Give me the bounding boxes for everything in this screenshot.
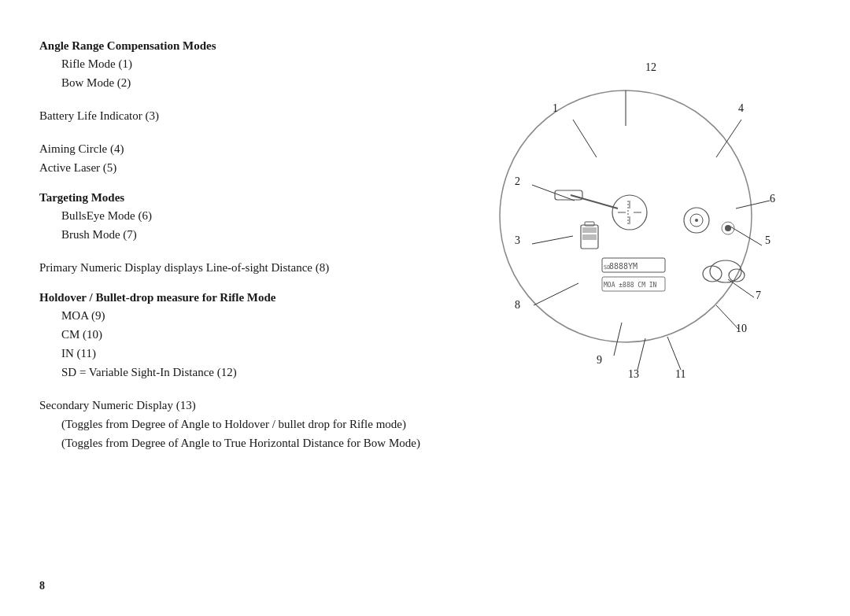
svg-text:8888YM: 8888YM <box>609 262 638 271</box>
toggle-rifle-line: (Toggles from Degree of Angle to Holdove… <box>61 415 433 433</box>
svg-line-8 <box>534 283 578 305</box>
label-7: 7 <box>756 290 761 302</box>
svg-line-7 <box>730 227 762 245</box>
section-secondary: Secondary Numeric Display (13) (Toggles … <box>39 396 433 452</box>
targeting-title: Targeting Modes <box>39 191 433 205</box>
holdover-title: Holdover / Bullet-drop measure for Rifle… <box>39 291 433 304</box>
svg-line-5 <box>736 201 770 208</box>
holdover-items: MOA (9) CM (10) IN (11) SD = Variable Si… <box>61 306 433 382</box>
label-2: 2 <box>515 175 520 188</box>
label-13: 13 <box>628 368 639 381</box>
page-number: 8 <box>39 580 45 592</box>
label-3: 3 <box>515 234 520 247</box>
svg-point-21 <box>695 219 698 222</box>
diagram-svg: SD 8888YM MOA ±888 CM IN <box>456 55 787 385</box>
left-column: Angle Range Compensation Modes Rifle Mod… <box>39 31 433 585</box>
svg-line-3 <box>716 120 741 157</box>
svg-line-12 <box>638 338 645 370</box>
label-8: 8 <box>515 299 520 312</box>
active-laser-line: Active Laser (5) <box>39 158 433 177</box>
svg-point-32 <box>703 266 722 282</box>
brush-mode-line: Brush Mode (7) <box>61 225 433 244</box>
section-aiming: Aiming Circle (4) Active Laser (5) <box>39 139 433 177</box>
right-column: SD 8888YM MOA ±888 CM IN 12 1 4 2 6 3 5 … <box>433 31 811 585</box>
toggle-bow-line: (Toggles from Degree of Angle to True Ho… <box>61 433 433 452</box>
svg-line-4 <box>532 185 575 201</box>
label-6: 6 <box>770 193 775 205</box>
label-9: 9 <box>597 354 602 367</box>
svg-line-28 <box>571 195 618 208</box>
section-angle-title: Angle Range Compensation Modes <box>39 39 433 53</box>
svg-text:MOA ±888 CM IN: MOA ±888 CM IN <box>604 282 657 289</box>
svg-point-26 <box>725 225 731 231</box>
svg-line-6 <box>532 236 573 244</box>
primary-display-line: Primary Numeric Display displays Line-of… <box>39 258 433 277</box>
bullseye-mode-line: BullsEye Mode (6) <box>61 206 433 225</box>
rifle-mode-line: Rifle Mode (1) <box>61 54 433 73</box>
in-line: IN (11) <box>61 344 433 363</box>
svg-point-14 <box>612 195 647 230</box>
secondary-items: (Toggles from Degree of Angle to Holdove… <box>61 415 433 452</box>
cm-line: CM (10) <box>61 325 433 344</box>
label-5: 5 <box>765 234 771 247</box>
label-1: 1 <box>552 102 558 115</box>
svg-point-0 <box>500 90 752 342</box>
label-10: 10 <box>736 323 747 335</box>
label-12: 12 <box>645 61 656 74</box>
sd-line: SD = Variable Sight-In Distance (12) <box>61 363 433 382</box>
svg-line-13 <box>667 337 681 370</box>
svg-line-10 <box>716 305 738 329</box>
label-11: 11 <box>675 368 686 381</box>
label-4: 4 <box>738 102 744 115</box>
battery-line: Battery Life Indicator (3) <box>39 106 433 125</box>
svg-point-31 <box>710 260 741 282</box>
page-container: Angle Range Compensation Modes Rifle Mod… <box>0 0 850 616</box>
svg-rect-24 <box>582 227 597 233</box>
section-battery: Battery Life Indicator (3) <box>39 106 433 125</box>
section-angle-range: Angle Range Compensation Modes Rifle Mod… <box>39 39 433 92</box>
bow-mode-line: Bow Mode (2) <box>61 73 433 92</box>
section-angle-items: Rifle Mode (1) Bow Mode (2) <box>61 54 433 92</box>
section-targeting: Targeting Modes BullsEye Mode (6) Brush … <box>39 191 433 244</box>
svg-line-2 <box>573 120 597 157</box>
secondary-display-line: Secondary Numeric Display (13) <box>39 396 433 415</box>
section-holdover: Holdover / Bullet-drop measure for Rifle… <box>39 291 433 382</box>
diagram-container: SD 8888YM MOA ±888 CM IN 12 1 4 2 6 3 5 … <box>456 55 787 385</box>
aiming-circle-line: Aiming Circle (4) <box>39 139 433 158</box>
section-primary-display: Primary Numeric Display displays Line-of… <box>39 258 433 277</box>
targeting-items: BullsEye Mode (6) Brush Mode (7) <box>61 206 433 244</box>
moa-line: MOA (9) <box>61 306 433 325</box>
svg-line-11 <box>614 323 622 356</box>
svg-rect-25 <box>582 234 597 240</box>
